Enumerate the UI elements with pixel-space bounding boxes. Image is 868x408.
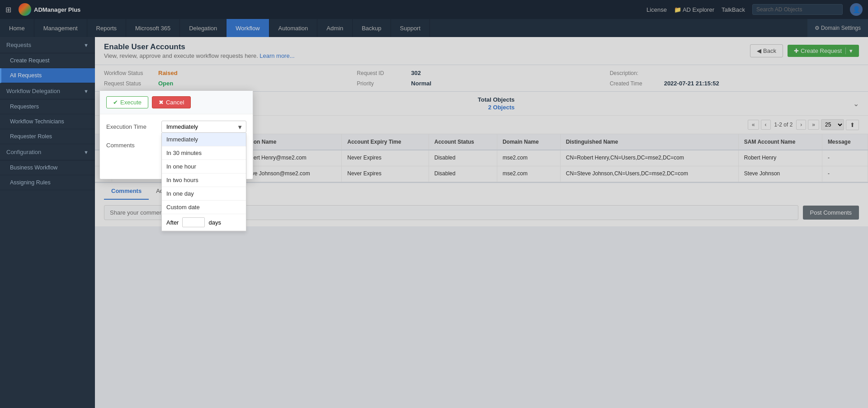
days-label: days (208, 219, 221, 226)
execute-dialog: ✔ Execute ✖ Cancel Execution Time Immedi… (99, 90, 253, 179)
after-label: After (166, 219, 179, 226)
execution-time-select-wrapper: Immediately In 30 minutes In one hour In… (161, 121, 246, 133)
dropdown-item-1day[interactable]: In one day (162, 187, 246, 201)
comments-dialog-label: Comments (106, 139, 156, 149)
execution-time-dropdown: Immediately In 30 minutes In one hour In… (161, 133, 246, 231)
dialog-toolbar: ✔ Execute ✖ Cancel (100, 91, 253, 114)
dropdown-item-2hours[interactable]: In two hours (162, 174, 246, 187)
dropdown-item-30min[interactable]: In 30 minutes (162, 146, 246, 160)
dialog-cancel-button[interactable]: ✖ Cancel (152, 96, 191, 108)
execute-button[interactable]: ✔ Execute (106, 96, 148, 108)
execution-time-label: Execution Time (106, 121, 156, 130)
dropdown-item-1hour[interactable]: In one hour (162, 160, 246, 174)
after-days-input[interactable] (182, 217, 205, 227)
execution-time-select[interactable]: Immediately In 30 minutes In one hour In… (161, 121, 246, 133)
times-icon: ✖ (159, 99, 164, 106)
execution-time-row: Execution Time Immediately In 30 minutes… (106, 121, 246, 133)
checkmark-icon: ✔ (113, 99, 118, 106)
dialog-overlay (0, 0, 868, 408)
dialog-body: Execution Time Immediately In 30 minutes… (100, 114, 253, 179)
dropdown-item-custom[interactable]: Custom date (162, 201, 246, 214)
dropdown-after-row: After days (162, 214, 246, 231)
dropdown-item-immediately[interactable]: Immediately (162, 133, 246, 146)
